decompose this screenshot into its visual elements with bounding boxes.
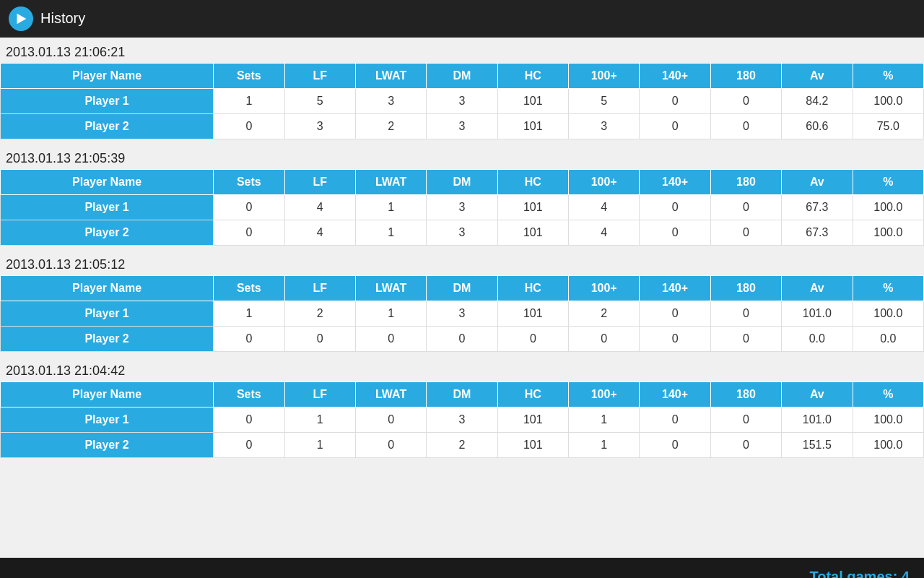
stat-cell-dm: 0: [427, 327, 497, 352]
col-header-player-name: Player Name: [1, 382, 214, 407]
stat-cell-sets: 0: [214, 433, 284, 458]
col-header-140+: 140+: [640, 170, 710, 195]
table-row: Player 2041310140067.3100.0: [1, 220, 924, 246]
table-row: Player 1153310150084.2100.0: [1, 89, 924, 114]
col-header-hc: HC: [497, 382, 568, 407]
col-header-100+: 100+: [569, 64, 640, 89]
page-title: History: [40, 10, 85, 27]
player-name-cell: Player 2: [1, 114, 214, 139]
stat-cell-180: 0: [710, 407, 781, 433]
stat-cell-%: 100.0: [853, 407, 923, 433]
col-header-180: 180: [710, 170, 781, 195]
stat-cell-av: 67.3: [782, 195, 853, 220]
stat-cell-%: 100.0: [853, 195, 923, 220]
table-row: Player 2000000000.00.0: [1, 327, 924, 352]
col-header-lf: LF: [284, 382, 355, 407]
col-header-%: %: [853, 276, 923, 301]
stat-cell-hc: 101: [497, 195, 568, 220]
stat-cell-lf: 1: [284, 433, 355, 458]
player-name-cell: Player 1: [1, 89, 214, 114]
col-header-hc: HC: [497, 276, 568, 301]
stat-cell-av: 84.2: [782, 89, 853, 114]
player-name-cell: Player 2: [1, 220, 214, 246]
top-bar: History: [0, 0, 924, 38]
stat-cell-dm: 3: [427, 89, 497, 114]
stat-cell-180: 0: [710, 301, 781, 327]
col-header-lf: LF: [284, 276, 355, 301]
stat-cell-hc: 101: [497, 220, 568, 246]
stat-cell-lf: 4: [284, 195, 355, 220]
stat-cell-hc: 101: [497, 301, 568, 327]
col-header-180: 180: [710, 64, 781, 89]
col-header-180: 180: [710, 276, 781, 301]
total-games-label: Total games: 4: [809, 569, 910, 579]
stat-cell-140+: 0: [640, 195, 710, 220]
stat-cell-180: 0: [710, 195, 781, 220]
stat-cell-100+: 2: [569, 301, 640, 327]
svg-marker-0: [17, 13, 27, 24]
stat-cell-sets: 0: [214, 327, 284, 352]
stat-cell-140+: 0: [640, 327, 710, 352]
stat-cell-sets: 0: [214, 407, 284, 433]
col-header-lwat: LWAT: [355, 170, 426, 195]
stat-cell-av: 101.0: [782, 407, 853, 433]
player-name-cell: Player 1: [1, 407, 214, 433]
col-header-av: Av: [782, 276, 853, 301]
stat-cell-%: 0.0: [853, 327, 923, 352]
stat-cell-180: 0: [710, 89, 781, 114]
col-header-lwat: LWAT: [355, 382, 426, 407]
col-header-av: Av: [782, 64, 853, 89]
table-row: Player 1041310140067.3100.0: [1, 195, 924, 220]
stat-cell-100+: 4: [569, 220, 640, 246]
stat-cell-hc: 101: [497, 89, 568, 114]
col-header-140+: 140+: [640, 382, 710, 407]
stat-cell-lf: 4: [284, 220, 355, 246]
stat-cell-%: 100.0: [853, 220, 923, 246]
stat-cell-hc: 0: [497, 327, 568, 352]
stat-cell-140+: 0: [640, 89, 710, 114]
col-header-lf: LF: [284, 170, 355, 195]
stat-cell-dm: 2: [427, 433, 497, 458]
stat-cell-lf: 0: [284, 327, 355, 352]
stat-cell-lwat: 1: [355, 195, 426, 220]
col-header-sets: Sets: [214, 170, 284, 195]
stat-cell-dm: 3: [427, 195, 497, 220]
player-name-cell: Player 2: [1, 433, 214, 458]
stat-cell-av: 60.6: [782, 114, 853, 139]
stat-cell-lf: 3: [284, 114, 355, 139]
stat-cell-lwat: 3: [355, 89, 426, 114]
stat-cell-140+: 0: [640, 433, 710, 458]
col-header-sets: Sets: [214, 64, 284, 89]
table-row: Player 10103101100101.0100.0: [1, 407, 924, 433]
col-header-100+: 100+: [569, 276, 640, 301]
table-row: Player 2032310130060.675.0: [1, 114, 924, 139]
section-date-0: 2013.01.13 21:06:21: [0, 38, 924, 63]
stat-cell-100+: 3: [569, 114, 640, 139]
section-spacer: [0, 458, 924, 462]
game-table-3: Player NameSetsLFLWATDMHC100+140+180Av%P…: [0, 381, 924, 458]
player-name-cell: Player 1: [1, 301, 214, 327]
col-header-%: %: [853, 382, 923, 407]
col-header-lwat: LWAT: [355, 64, 426, 89]
stat-cell-lwat: 1: [355, 220, 426, 246]
stat-cell-lwat: 0: [355, 327, 426, 352]
main-content: 2013.01.13 21:06:21Player NameSetsLFLWAT…: [0, 38, 924, 558]
stat-cell-dm: 3: [427, 114, 497, 139]
col-header-%: %: [853, 170, 923, 195]
footer-bar: Total games: 4: [0, 558, 924, 578]
app-icon: [9, 7, 33, 31]
stat-cell-lf: 2: [284, 301, 355, 327]
stat-cell-100+: 1: [569, 433, 640, 458]
section-date-3: 2013.01.13 21:04:42: [0, 356, 924, 381]
stat-cell-%: 100.0: [853, 89, 923, 114]
stat-cell-av: 0.0: [782, 327, 853, 352]
stat-cell-av: 151.5: [782, 433, 853, 458]
col-header-dm: DM: [427, 170, 497, 195]
col-header-av: Av: [782, 382, 853, 407]
stat-cell-180: 0: [710, 433, 781, 458]
stat-cell-dm: 3: [427, 220, 497, 246]
stat-cell-lwat: 0: [355, 407, 426, 433]
stat-cell-lwat: 0: [355, 433, 426, 458]
col-header-player-name: Player Name: [1, 64, 214, 89]
col-header-140+: 140+: [640, 276, 710, 301]
